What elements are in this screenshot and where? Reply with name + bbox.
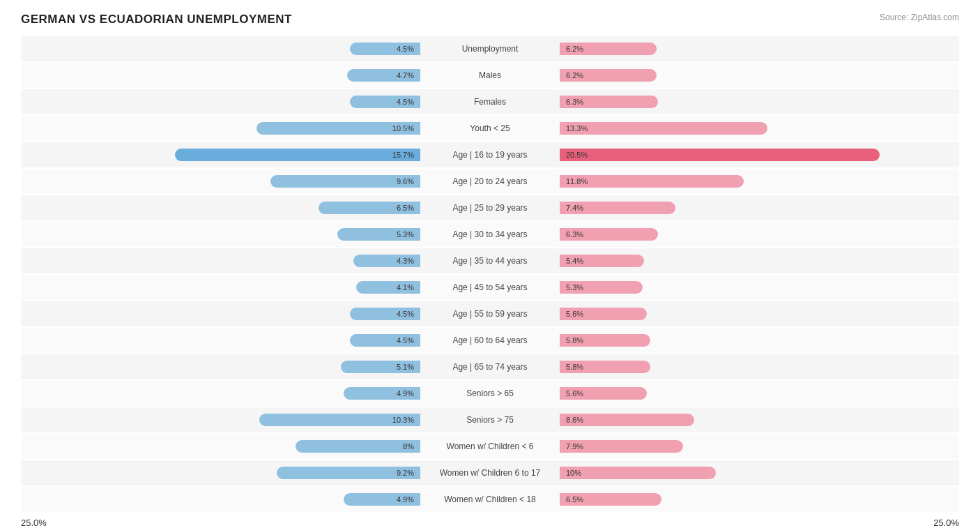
chart-row: 10.5% Youth < 25 13.3%	[21, 116, 959, 141]
x-axis-right: 25.0%	[560, 518, 959, 528]
left-bar-area: 4.5%	[21, 333, 420, 347]
bars-wrapper: 4.3% Age | 35 to 44 years 5.4%	[21, 248, 959, 273]
bars-wrapper: 4.5% Age | 55 to 59 years 5.6%	[21, 301, 959, 326]
german-value: 4.5%	[397, 336, 414, 345]
bars-wrapper: 5.1% Age | 65 to 74 years 5.8%	[21, 354, 959, 379]
bar-ecuadorian: 13.3%	[560, 122, 767, 135]
german-value: 9.2%	[397, 469, 414, 477]
bars-wrapper: 4.5% Unemployment 6.2%	[21, 36, 959, 61]
right-bar-area: 5.3%	[560, 280, 959, 294]
right-bar-area: 6.3%	[560, 227, 959, 241]
bar-german: 4.7%	[347, 69, 420, 82]
right-bar-area: 5.4%	[560, 254, 959, 268]
chart-row: 9.2% Women w/ Children 6 to 17 10%	[21, 460, 959, 485]
bars-wrapper: 4.7% Males 6.2%	[21, 63, 959, 88]
german-value: 10.3%	[392, 416, 414, 424]
bar-ecuadorian: 10%	[560, 467, 716, 479]
bars-wrapper: 4.5% Females 6.3%	[21, 89, 959, 114]
right-bar-area: 6.3%	[560, 95, 959, 109]
german-value: 4.5%	[397, 310, 414, 318]
left-bar-area: 6.5%	[21, 201, 420, 215]
bar-german: 4.5%	[350, 43, 420, 55]
right-bar-area: 5.8%	[560, 360, 959, 374]
german-value: 10.5%	[392, 124, 414, 133]
left-bar-area: 5.1%	[21, 360, 420, 374]
bar-german: 10.3%	[259, 414, 420, 426]
ecuadorian-value: 11.8%	[566, 177, 588, 186]
left-bar-area: 9.6%	[21, 174, 420, 188]
bar-german: 4.5%	[350, 308, 420, 320]
x-axis-left-label: 25.0%	[21, 518, 47, 528]
row-label: Youth < 25	[420, 123, 560, 133]
bar-german: 5.3%	[337, 228, 420, 241]
chart-row: 4.9% Women w/ Children < 18 6.5%	[21, 487, 959, 512]
chart-area: 4.5% Unemployment 6.2% 4.7% Males	[21, 36, 959, 512]
ecuadorian-value: 5.3%	[566, 283, 583, 292]
bar-ecuadorian: 8.6%	[560, 414, 694, 426]
row-label: Age | 65 to 74 years	[420, 362, 560, 372]
left-bar-area: 4.5%	[21, 42, 420, 56]
left-bar-area: 9.2%	[21, 466, 420, 480]
chart-row: 15.7% Age | 16 to 19 years 20.5%	[21, 142, 959, 167]
left-bar-area: 4.5%	[21, 307, 420, 321]
bar-ecuadorian: 5.6%	[560, 387, 647, 400]
row-label: Age | 16 to 19 years	[420, 150, 560, 160]
row-label: Age | 30 to 34 years	[420, 229, 560, 239]
ecuadorian-value: 13.3%	[566, 124, 588, 133]
german-value: 4.9%	[397, 495, 414, 504]
bars-wrapper: 9.6% Age | 20 to 24 years 11.8%	[21, 169, 959, 194]
chart-row: 8% Women w/ Children < 6 7.9%	[21, 434, 959, 459]
bars-wrapper: 6.5% Age | 25 to 29 years 7.4%	[21, 195, 959, 220]
bars-wrapper: 5.3% Age | 30 to 34 years 6.3%	[21, 222, 959, 247]
right-bar-area: 10%	[560, 466, 959, 480]
x-axis-center-spacer	[420, 518, 560, 528]
left-bar-area: 15.7%	[21, 148, 420, 162]
chart-row: 4.9% Seniors > 65 5.6%	[21, 381, 959, 406]
bars-wrapper: 10.5% Youth < 25 13.3%	[21, 116, 959, 141]
bar-german: 15.7%	[175, 149, 420, 161]
right-bar-area: 13.3%	[560, 121, 959, 135]
ecuadorian-value: 6.2%	[566, 45, 583, 53]
chart-row: 4.3% Age | 35 to 44 years 5.4%	[21, 248, 959, 273]
bars-wrapper: 4.5% Age | 60 to 64 years 5.8%	[21, 328, 959, 353]
bar-ecuadorian: 7.4%	[560, 202, 675, 214]
ecuadorian-value: 7.4%	[566, 204, 583, 212]
left-bar-area: 8%	[21, 439, 420, 453]
right-bar-area: 20.5%	[560, 148, 959, 162]
bar-ecuadorian: 11.8%	[560, 175, 744, 188]
chart-row: 4.5% Age | 60 to 64 years 5.8%	[21, 328, 959, 353]
german-value: 4.3%	[397, 257, 414, 265]
ecuadorian-value: 10%	[566, 469, 581, 477]
row-label: Age | 25 to 29 years	[420, 203, 560, 213]
german-value: 9.6%	[397, 177, 414, 186]
row-label: Unemployment	[420, 44, 560, 54]
bars-wrapper: 4.9% Women w/ Children < 18 6.5%	[21, 487, 959, 512]
chart-row: 4.1% Age | 45 to 54 years 5.3%	[21, 275, 959, 300]
german-value: 15.7%	[392, 151, 414, 159]
row-label: Age | 55 to 59 years	[420, 309, 560, 319]
bar-ecuadorian: 5.6%	[560, 308, 647, 320]
german-value: 4.7%	[397, 71, 414, 80]
bar-german: 4.9%	[344, 387, 420, 400]
row-label: Seniors > 65	[420, 389, 560, 398]
german-value: 4.1%	[397, 283, 414, 292]
left-bar-area: 4.7%	[21, 68, 420, 82]
ecuadorian-value: 5.6%	[566, 310, 583, 318]
left-bar-area: 5.3%	[21, 227, 420, 241]
right-bar-area: 5.6%	[560, 307, 959, 321]
ecuadorian-value: 5.4%	[566, 257, 583, 265]
german-value: 4.5%	[397, 45, 414, 53]
bar-german: 9.6%	[270, 175, 420, 188]
ecuadorian-value: 7.9%	[566, 442, 583, 451]
chart-source: Source: ZipAtlas.com	[880, 13, 959, 22]
row-label: Seniors > 75	[420, 415, 560, 425]
german-value: 5.3%	[397, 230, 414, 239]
left-bar-area: 4.9%	[21, 386, 420, 400]
row-label: Age | 45 to 54 years	[420, 282, 560, 292]
ecuadorian-value: 5.8%	[566, 336, 583, 345]
bar-german: 5.1%	[341, 361, 420, 373]
right-bar-area: 8.6%	[560, 413, 959, 427]
german-value: 5.1%	[397, 363, 414, 371]
row-label: Age | 35 to 44 years	[420, 256, 560, 266]
left-bar-area: 4.9%	[21, 492, 420, 506]
